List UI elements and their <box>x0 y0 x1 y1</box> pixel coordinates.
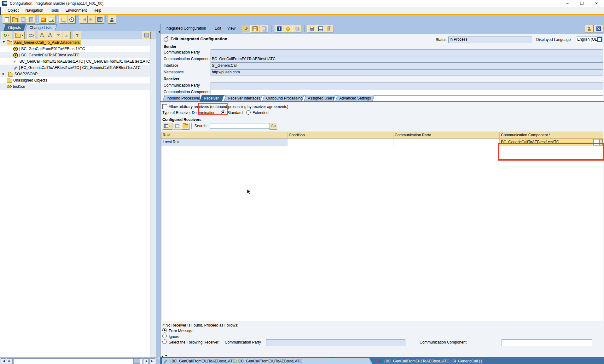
sender-party-field[interactable] <box>211 49 603 56</box>
maximize-button[interactable]: ❐ <box>577 0 587 7</box>
where-used-list-button[interactable] <box>283 25 292 32</box>
collapse-all-button[interactable] <box>54 31 62 39</box>
tab-objects[interactable]: Objects <box>3 24 26 31</box>
extended-radio[interactable] <box>246 110 251 115</box>
partial-button[interactable] <box>600 139 603 145</box>
history-button[interactable] <box>67 15 76 24</box>
tab-receiver[interactable]: Receiver <box>200 95 224 102</box>
print-button[interactable] <box>307 25 316 32</box>
status-field[interactable]: In Process <box>448 37 532 43</box>
tab-advanced-settings[interactable]: Advanced Settings <box>335 95 375 102</box>
sender-component-field[interactable]: BC_GenCallFromE01ToAEBtest1ATC <box>211 56 603 63</box>
new-folder-button[interactable] <box>14 31 25 39</box>
menu-navigation[interactable]: Navigation <box>22 7 46 14</box>
tab-change-lists[interactable]: Change Lists <box>25 24 57 31</box>
component-cell[interactable]: BC_GenericCallToAEBtest1ceATC <box>500 139 603 146</box>
new-object-button[interactable] <box>3 15 11 24</box>
expand-all-button[interactable] <box>62 31 71 39</box>
close-editor-button[interactable] <box>594 25 603 32</box>
tree-item-scenario[interactable]: AEB_GenericCall_To_AEBDatacenters <box>0 39 150 46</box>
menu-help[interactable]: Help <box>91 7 104 14</box>
menu-edit[interactable]: Edit <box>215 26 221 31</box>
where-used-button[interactable] <box>59 15 67 24</box>
delete-row-button[interactable] <box>173 123 181 130</box>
copy-button[interactable] <box>259 25 268 32</box>
tree-vertical-scrollbar[interactable] <box>150 39 156 357</box>
value-help-icon[interactable] <box>597 37 602 42</box>
fallback-component-field[interactable] <box>502 339 592 346</box>
panel-splitter[interactable] <box>156 24 160 364</box>
display-check-button[interactable] <box>47 15 55 24</box>
scroll-up-icon[interactable] <box>161 354 164 357</box>
tree-item-channel[interactable]: | BC_GenericCallToAEBtest1ceATC | CC_Gen… <box>0 65 150 71</box>
tree-item-soap2soap[interactable]: SOAP2SOAP <box>0 71 150 77</box>
fallback-party-field[interactable] <box>266 339 405 346</box>
menu-environment[interactable]: Environment <box>63 7 90 14</box>
transport-button[interactable] <box>39 15 47 24</box>
filter-button[interactable] <box>73 31 81 39</box>
hide-panel-button[interactable] <box>142 31 151 39</box>
close-button[interactable]: ✕ <box>591 0 601 7</box>
tab-receiver-interfaces[interactable]: Receiver Interfaces <box>224 95 262 102</box>
condition-cell[interactable] <box>287 139 393 146</box>
edit-toggle-button[interactable] <box>242 25 251 32</box>
minimize-button[interactable]: – <box>562 0 572 7</box>
receiver-party-field[interactable] <box>211 82 603 89</box>
menu-object[interactable]: Object <box>5 7 21 14</box>
personalize-button[interactable] <box>585 25 594 32</box>
user-info-button[interactable] <box>108 15 116 24</box>
tabular-view-button[interactable] <box>316 25 325 32</box>
tab-inbound-processing[interactable]: Inbound Processing <box>162 95 200 102</box>
delete-object-button[interactable] <box>27 15 35 24</box>
branch-arrow-icon <box>61 18 66 22</box>
scroll-down-icon[interactable] <box>165 355 167 358</box>
copy-object-button[interactable] <box>19 15 27 24</box>
refresh-button[interactable]: ↻ <box>1 31 12 39</box>
open-object-tab[interactable]: | BC_GenCallFromE01ToAEBtest1ATC | SI_Ge… <box>378 358 482 364</box>
tab-outbound-processing[interactable]: Outbound Processing <box>262 95 304 102</box>
sender-namespace-field[interactable]: http://pi.aeb.com <box>211 69 603 76</box>
related-objects-button[interactable] <box>292 25 301 32</box>
party-cell[interactable] <box>393 139 500 146</box>
open-receiver-button[interactable] <box>181 123 189 130</box>
tab-assigned-users[interactable]: Assigned Users <box>304 95 335 102</box>
sender-interface-field[interactable]: SI_GenericCall <box>211 63 603 69</box>
scroll-right-button[interactable] <box>149 358 155 364</box>
search-tree-button[interactable] <box>27 31 35 39</box>
open-object-button[interactable] <box>11 15 19 24</box>
scrollbar-thumb[interactable] <box>133 359 140 364</box>
ignore-radio[interactable] <box>162 334 167 338</box>
expand-subtree-button[interactable] <box>38 31 46 39</box>
scroll-left-button[interactable] <box>1 358 6 364</box>
tree-item-ico[interactable]: | BC_GenericCallToAEBtest1ceATC <box>0 52 150 58</box>
script-view-button[interactable] <box>325 25 334 32</box>
scrollbar-track[interactable] <box>13 358 142 364</box>
tree-item-channel[interactable]: | BC_GenCallFromE01ToAEBtest1ATC | CC_Ge… <box>0 58 150 65</box>
navigate-back-button[interactable] <box>79 15 88 24</box>
standard-radio[interactable] <box>221 110 225 115</box>
rule-cell[interactable]: Local Rule <box>161 139 287 146</box>
object-properties-button[interactable] <box>275 25 283 32</box>
error-message-radio[interactable] <box>162 328 167 333</box>
pawn-icon <box>588 27 591 31</box>
tree-item-unassigned[interactable]: Unassigned Objects <box>0 77 150 83</box>
tree-item-ico[interactable]: | BC_GenCallFromE01ToAEBtest1ATC <box>0 46 150 52</box>
language-dropdown[interactable]: English (OL) <box>576 37 602 43</box>
menu-view[interactable]: View <box>227 26 235 31</box>
value-help-button[interactable] <box>593 139 600 145</box>
scroll-left-button[interactable] <box>143 358 149 364</box>
menu-integrated-configuration[interactable]: Integrated Configuration <box>166 26 206 31</box>
collapse-subtree-button[interactable] <box>46 31 54 39</box>
detail-list-button[interactable] <box>96 15 104 24</box>
open-object-tab-active[interactable]: | BC_GenCallFromE01ToAEBtest1ATC | CC_Ge… <box>162 358 372 364</box>
navigate-forward-button[interactable] <box>88 15 96 24</box>
allow-arbitrary-receivers-checkbox[interactable] <box>162 104 167 109</box>
select-receiver-radio[interactable] <box>162 339 167 344</box>
save-button[interactable] <box>251 25 259 32</box>
tree-item-test1ce[interactable]: test1ce <box>0 83 150 90</box>
insert-row-button[interactable] <box>162 123 172 130</box>
search-input[interactable] <box>210 123 271 129</box>
scroll-right-button[interactable] <box>7 358 13 364</box>
go-button[interactable]: Go <box>270 123 277 130</box>
menu-tools[interactable]: Tools <box>47 7 61 14</box>
